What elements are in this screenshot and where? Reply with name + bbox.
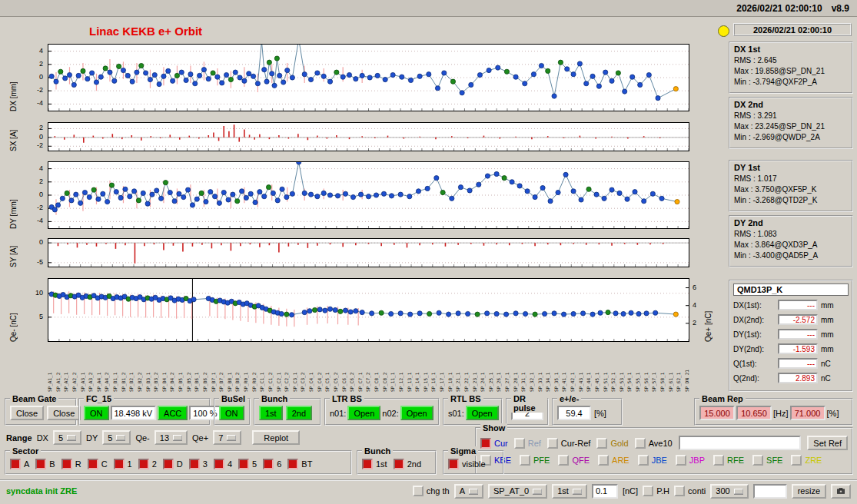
x-axis-label: SP_33_1: [538, 347, 543, 392]
x-axis-label: SP_C1_1: [260, 347, 264, 392]
x-axis-label: SP_B8_2: [235, 347, 240, 392]
x-axis-label: SP_B8_1: [228, 347, 232, 392]
show-qfe-label: QFE: [572, 456, 590, 465]
x-axis-label: SP_26_1: [497, 347, 501, 392]
sy-steering-plot[interactable]: [48, 238, 689, 267]
ph-label: P.H: [656, 486, 669, 496]
sigma-visible-checkbox[interactable]: visible: [448, 459, 486, 469]
x-axis-label: SP_53_1: [619, 347, 624, 392]
rtl-s01-open-button[interactable]: Open: [466, 406, 499, 420]
range-qe-minus-select[interactable]: 13: [154, 430, 188, 445]
show-jbe-checkbox[interactable]: JBE: [638, 455, 667, 466]
replot-button[interactable]: Replot: [252, 430, 300, 445]
stat-box-dy-2nd: DY 2nd RMS : 1.083 Max : 3.864@QXD3P_A M…: [729, 215, 853, 267]
x-axis-label: SP_B7_2: [219, 347, 224, 392]
dy-y-tick-labels: 420-2-4: [26, 161, 45, 229]
chg-th-checkbox[interactable]: chg th: [413, 486, 450, 496]
screenshot-button[interactable]: [831, 484, 851, 499]
sector-1-label: 1: [128, 459, 132, 469]
monitor-row: DX(2nd): -2.572 mm: [733, 314, 849, 325]
sector-r-checkbox[interactable]: R: [61, 459, 81, 469]
fc15-acc-button[interactable]: ACC: [158, 406, 188, 420]
count-select[interactable]: 300: [710, 484, 748, 499]
show-ave10-checkbox[interactable]: Ave10: [635, 438, 673, 449]
sector-d-checkbox[interactable]: D: [163, 459, 183, 469]
threshold-input[interactable]: [592, 484, 618, 499]
monitor-select[interactable]: SP_AT_0: [488, 484, 547, 499]
sector-b-checkbox[interactable]: B: [35, 459, 55, 469]
bunch-1st-button[interactable]: 1st: [259, 406, 283, 420]
extra-input[interactable]: [753, 484, 787, 499]
fc15-kv-value: 18.498 kV: [111, 406, 157, 420]
sector-3-checkbox[interactable]: 3: [189, 459, 208, 469]
show-sfe-checkbox[interactable]: SFE: [752, 455, 782, 466]
sx-y-tick-labels: 20-2: [26, 122, 45, 151]
bunch-2nd-button[interactable]: 2nd: [286, 406, 312, 420]
range-dy-select[interactable]: 5: [102, 430, 131, 445]
sector-c-checkbox[interactable]: C: [88, 459, 108, 469]
x-axis-label: SP_C6_2: [350, 347, 354, 392]
show-jbp-checkbox[interactable]: JBP: [676, 455, 705, 466]
selected-monitor-name[interactable]: QMD13P_K: [733, 284, 849, 296]
dy-orbit-plot[interactable]: [48, 161, 689, 229]
x-axis-label: SP_62_1: [676, 347, 681, 392]
range-qe-plus-select[interactable]: 7: [213, 430, 241, 445]
monitor-row-unit: mm: [821, 316, 834, 324]
stat-rms: RMS : 3.291: [734, 111, 848, 120]
sector-bt-checkbox[interactable]: BT: [287, 459, 312, 469]
camera-icon: [837, 486, 845, 496]
sector-4-checkbox[interactable]: 4: [214, 459, 232, 469]
charge-plot[interactable]: [48, 278, 689, 342]
bunch-2nd-checkbox[interactable]: 2nd: [394, 459, 421, 469]
busel-on-button[interactable]: ON: [219, 406, 244, 420]
beam-rep-value-2: 10.650: [736, 406, 772, 420]
show-zre-checkbox[interactable]: ZRE: [791, 455, 822, 466]
x-axis-label: SP_28_1: [513, 347, 518, 392]
x-axis-label: SP_B1_1: [113, 347, 118, 392]
x-axis-label: SP_C7_2: [366, 347, 370, 392]
show-gold-checkbox[interactable]: Gold: [596, 438, 628, 449]
ltr-n02-open-button[interactable]: Open: [400, 406, 433, 420]
qe-minus-axis-label: Qe- [nC]: [9, 278, 18, 342]
sector-a-checkbox[interactable]: A: [10, 459, 29, 469]
resize-button[interactable]: resize: [792, 484, 826, 499]
stat-max: Max : 23.245@SP_DN_21: [734, 122, 848, 131]
show-pfe-checkbox[interactable]: PFE: [520, 455, 550, 466]
show-rfe-checkbox[interactable]: RFE: [713, 455, 744, 466]
bunch-order-select[interactable]: 1st: [552, 484, 587, 499]
beam-rep-value-1: 15.000: [699, 406, 735, 420]
show-rfe-label: RFE: [727, 456, 744, 465]
show-qfe-checkbox[interactable]: QFE: [558, 455, 590, 466]
checkbox-indicator-icon: [189, 459, 200, 469]
beam-gate-close-button-2[interactable]: Close: [47, 406, 81, 420]
busel-group-label: BuSel: [219, 394, 247, 403]
ltr-n01-open-button[interactable]: Open: [347, 406, 380, 420]
x-axis-label: SP_55_1: [636, 347, 640, 392]
y-tick-label: 6: [693, 284, 696, 291]
checkbox-indicator-icon: [791, 455, 802, 466]
x-axis-label: SP_C1_2: [268, 347, 273, 392]
x-axis-label: SP_R0_2: [252, 347, 257, 392]
ph-checkbox[interactable]: P.H: [643, 486, 669, 496]
mode-a-select[interactable]: A: [454, 484, 483, 499]
show-cur-ref-checkbox[interactable]: Cur-Ref: [547, 438, 591, 449]
ref-file-input[interactable]: [679, 436, 802, 450]
set-ref-button[interactable]: Set Ref: [807, 436, 848, 450]
sector-6-checkbox[interactable]: 6: [263, 459, 281, 469]
bunch-1st-checkbox[interactable]: 1st: [362, 459, 387, 469]
beam-gate-close-button-1[interactable]: Close: [10, 406, 44, 420]
x-axis-label: SP_11_1: [390, 347, 395, 392]
sector-2-checkbox[interactable]: 2: [138, 459, 157, 469]
sector-5-checkbox[interactable]: 5: [238, 459, 257, 469]
checkbox-indicator-icon: [287, 459, 298, 469]
sx-steering-plot[interactable]: [48, 122, 689, 151]
conti-checkbox[interactable]: conti: [674, 486, 706, 496]
dx-orbit-plot[interactable]: [48, 44, 689, 111]
show-ref-checkbox[interactable]: Ref: [514, 438, 541, 449]
show-cur-checkbox[interactable]: Cur: [480, 438, 508, 449]
show-are-checkbox[interactable]: ARE: [598, 455, 629, 466]
sector-1-checkbox[interactable]: 1: [114, 459, 132, 469]
range-dx-select[interactable]: 5: [53, 430, 81, 445]
x-axis-label: SP_42_1: [570, 347, 575, 392]
fc15-on-button[interactable]: ON: [84, 406, 109, 420]
